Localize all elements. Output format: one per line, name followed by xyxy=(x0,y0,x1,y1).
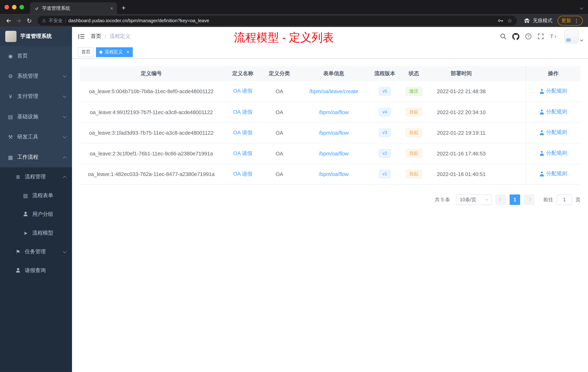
help-icon[interactable]: ? xyxy=(525,33,532,40)
goto-page-input[interactable] xyxy=(557,194,572,205)
filler-cell xyxy=(493,122,526,143)
sidebar-toggle-icon[interactable] xyxy=(72,27,91,46)
back-icon[interactable] xyxy=(3,15,14,26)
page-size-select[interactable]: 10条/页 xyxy=(456,194,492,205)
definition-name-link[interactable]: OA 请假 xyxy=(233,109,252,115)
page-number-button[interactable]: 1 xyxy=(510,194,520,205)
definition-name-link[interactable]: OA 请假 xyxy=(233,150,252,156)
reload-icon[interactable]: ↻ xyxy=(24,15,34,26)
form-link[interactable]: /bpm/oa/flow xyxy=(319,130,349,136)
col-deploy-time: 部署时间 xyxy=(430,66,493,81)
gear-icon: ⚙ xyxy=(8,73,13,79)
github-icon[interactable] xyxy=(512,33,519,40)
dashboard-icon: ◉ xyxy=(8,53,13,59)
col-status: 状态 xyxy=(398,66,429,81)
tab-search-icon[interactable] xyxy=(580,4,583,11)
assign-rule-link[interactable]: 分配规则 xyxy=(539,109,567,115)
sidebar-item-payment-mgmt[interactable]: ¥ 支付管理 xyxy=(0,86,72,107)
avatar xyxy=(564,29,578,44)
form-link[interactable]: /bpm/oa/flow xyxy=(319,109,349,115)
version-tag: v2 xyxy=(378,149,391,158)
annotation-text: 流程模型 - 定义列表 xyxy=(234,30,334,45)
definition-category: OA xyxy=(276,109,283,115)
sidebar-item-user-group[interactable]: 用户分组 xyxy=(0,205,72,224)
definition-category: OA xyxy=(276,150,283,156)
tag-process-definition[interactable]: 流程定义 × xyxy=(96,47,133,57)
tag-home[interactable]: 首页 xyxy=(78,47,94,57)
assign-rule-link[interactable]: 分配规则 xyxy=(539,171,567,177)
chevron-down-icon xyxy=(63,134,67,138)
sidebar-item-process-mgmt[interactable]: ≣ 流程管理 xyxy=(0,167,72,186)
font-size-icon[interactable]: TT xyxy=(550,33,557,40)
form-link[interactable]: /bpm/oa/flow xyxy=(319,171,349,177)
browser-tab[interactable]: 芋道管理系统 × xyxy=(30,2,117,14)
breadcrumb-home[interactable]: 首页 xyxy=(91,33,101,40)
breadcrumb-separator: / xyxy=(105,33,106,40)
version-tag: v4 xyxy=(378,108,391,116)
table-row: oa_leave:3:1fad3d93-7b75-11ec-a3c8-acde4… xyxy=(79,122,580,143)
user-avatar-menu[interactable] xyxy=(564,29,583,44)
security-label: 不安全 xyxy=(49,17,63,24)
sidebar-item-process-form[interactable]: ▥ 流程表单 xyxy=(0,186,72,205)
sidebar-item-home[interactable]: ◉ 首页 xyxy=(0,46,72,66)
browser-menu-icon[interactable]: ⋮ xyxy=(574,18,579,24)
assign-rule-link[interactable]: 分配规则 xyxy=(539,129,567,136)
col-definition-category: 定义分类 xyxy=(262,66,296,81)
prev-page-button[interactable] xyxy=(495,194,506,205)
incognito-badge: 无痕模式 xyxy=(520,17,556,24)
assign-rule-link[interactable]: 分配规则 xyxy=(539,88,567,95)
status-badge: 挂起 xyxy=(406,108,422,116)
address-bar[interactable]: ⚠ 不安全 dashboard.yudao.iocoder.cn/bpm/man… xyxy=(37,16,517,26)
sidebar-item-workflow[interactable]: ▦ 工作流程 xyxy=(0,147,72,167)
deploy-time: 2022-01-22 19:19:11 xyxy=(437,130,485,136)
definition-name-link[interactable]: OA 请假 xyxy=(233,88,252,94)
fullscreen-icon[interactable] xyxy=(537,33,544,40)
status-badge: 挂起 xyxy=(406,170,422,178)
form-link[interactable]: /bpm/oa/leave/create xyxy=(309,88,358,94)
sidebar-item-leave-query[interactable]: 请假查询 xyxy=(0,261,72,280)
col-definition-id: 定义编号 xyxy=(79,66,223,81)
security-warning-icon: ⚠ xyxy=(42,18,46,23)
sidebar: 芋道管理系统 ◉ 首页 ⚙ 系统管理 ¥ 支付管理 ▤ xyxy=(0,27,72,372)
window-controls xyxy=(0,5,30,10)
form-link[interactable]: /bpm/oa/flow xyxy=(319,150,349,156)
assign-rule-link[interactable]: 分配规则 xyxy=(539,150,567,156)
url-divider xyxy=(65,18,66,23)
sidebar-item-task-mgmt[interactable]: ⚑ 任务管理 xyxy=(0,242,72,261)
col-process-version: 流程版本 xyxy=(371,66,398,81)
pagination-total: 共 5 条 xyxy=(435,196,450,203)
table-row: oa_leave:2:3c1f0ef1-76b1-11ec-9c66-a2380… xyxy=(79,143,580,164)
bookmark-star-icon[interactable]: ☆ xyxy=(507,17,512,24)
definition-id: oa_leave:2:3c1f0ef1-76b1-11ec-9c66-a2380… xyxy=(90,150,213,156)
window-zoom-button[interactable] xyxy=(20,5,24,10)
window-close-button[interactable] xyxy=(5,5,9,10)
search-icon[interactable] xyxy=(500,33,506,40)
password-key-icon[interactable] xyxy=(497,18,504,24)
logo-avatar xyxy=(5,31,17,42)
app-logo[interactable]: 芋道管理系统 xyxy=(0,27,72,46)
sidebar-item-system-mgmt[interactable]: ⚙ 系统管理 xyxy=(0,66,72,86)
definition-name-link[interactable]: OA 请假 xyxy=(233,129,252,135)
table-row: oa_leave:1:482ec033-762a-11ec-8477-a2380… xyxy=(79,164,580,184)
breadcrumb-current: 流程定义 xyxy=(109,33,131,40)
col-definition-name: 定义名称 xyxy=(223,66,262,81)
definition-name-link[interactable]: OA 请假 xyxy=(233,171,252,176)
tag-close-icon[interactable]: × xyxy=(126,49,129,55)
new-tab-button[interactable]: + xyxy=(121,4,126,12)
definition-id: oa_leave:1:482ec033-762a-11ec-8477-a2380… xyxy=(88,171,215,177)
next-page-button[interactable] xyxy=(524,194,534,205)
col-form-info: 表单信息 xyxy=(296,66,371,81)
person-icon xyxy=(539,130,544,135)
sidebar-item-process-model[interactable]: ➤ 流程模型 xyxy=(0,224,72,242)
chevron-down-icon xyxy=(63,74,67,77)
chrome-update-button[interactable]: 更新 ⋮ xyxy=(558,16,583,26)
tab-close-icon[interactable]: × xyxy=(110,5,113,11)
window-minimize-button[interactable] xyxy=(12,5,17,10)
sidebar-item-dev-tools[interactable]: ⚒ 研发工具 xyxy=(0,127,72,147)
col-actions: 操作 xyxy=(526,66,580,81)
chevron-down-icon xyxy=(485,197,488,200)
person-icon xyxy=(15,268,21,274)
forward-icon[interactable] xyxy=(13,15,24,26)
sidebar-item-infrastructure[interactable]: ▤ 基础设施 xyxy=(0,107,72,127)
definition-category: OA xyxy=(276,171,283,177)
